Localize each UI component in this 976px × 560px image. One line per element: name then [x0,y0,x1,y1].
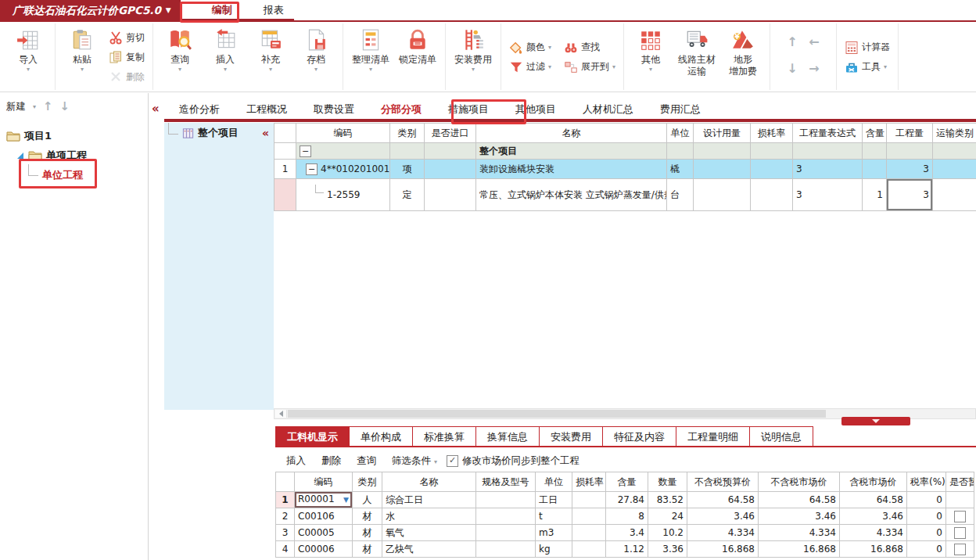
cell[interactable] [694,179,751,211]
move-up-button[interactable]: ↑ [43,99,53,113]
cell[interactable]: 3 [793,179,863,211]
cell[interactable]: 材 [353,541,382,558]
sidebar-item-2[interactable]: 单位工程 [0,165,148,185]
ribbon-button-paste[interactable]: 粘贴▾ [60,25,104,74]
cell[interactable] [863,143,887,160]
cell[interactable] [933,160,976,179]
cell[interactable]: 83.52 [648,492,687,508]
cell[interactable]: 工日 [536,492,572,508]
ribbon-button-color[interactable]: 颜色▾ [509,41,551,55]
main-tab-4[interactable]: 措施项目 [435,100,502,119]
cell[interactable] [425,143,476,160]
tree-expanded-icon[interactable] [17,153,23,159]
cell[interactable]: 橇 [667,160,694,179]
cell[interactable]: 64.58 [759,492,840,508]
whole-project-node[interactable]: 整个项目 « [164,123,274,143]
cell[interactable]: 综合工日 [382,492,476,508]
column-header[interactable]: 类别 [390,124,425,143]
column-header[interactable]: 不含税市场价 [759,472,840,492]
column-header[interactable] [276,472,295,492]
ribbon-button-terrain[interactable]: ¥地形增加费 [721,25,765,79]
cell[interactable] [946,508,974,525]
cell[interactable]: 0 [907,541,946,558]
cell[interactable]: 水 [382,508,476,525]
ribbon-button-calculator[interactable]: 计算器 [845,41,890,55]
cell[interactable] [425,179,476,211]
cell[interactable]: 16.868 [840,541,907,558]
arrow-right-button[interactable]: → [809,61,819,76]
column-header[interactable]: 名称 [476,124,667,143]
cell[interactable] [946,525,974,541]
cell[interactable]: R00001▼ [295,492,353,508]
sync-market-price-option[interactable]: ✓ 修改市场价同步到整个工程 [447,454,580,468]
column-header[interactable]: 编码 [295,472,353,492]
column-header[interactable]: 含量 [863,124,887,143]
column-header[interactable]: 含量 [606,472,648,492]
dropdown-arrow-icon[interactable]: ▼ [343,494,349,506]
arrow-down-button[interactable]: ↓ [787,61,797,76]
cell[interactable]: 项 [390,160,425,179]
cell[interactable]: 3 [793,160,863,179]
checkbox-unchecked-icon[interactable] [954,527,966,539]
cell[interactable]: 27.84 [606,492,648,508]
checkbox-unchecked-icon[interactable] [954,511,966,522]
main-tab-5[interactable]: 其他项目 [502,100,569,119]
cell[interactable]: 1.12 [606,541,648,558]
cell[interactable]: 4.334 [687,525,759,541]
cell[interactable]: 10.2 [648,525,687,541]
column-header[interactable]: 损耗率 [572,472,606,492]
ribbon-button-lock[interactable]: 锁定清单 [395,25,440,67]
collapse-structure-icon[interactable]: « [262,127,269,139]
column-header[interactable]: 工程量 [887,124,933,143]
cell[interactable] [751,160,793,179]
filter-conditions-button[interactable]: 筛选条件▾ [392,454,437,468]
cell[interactable]: 64.58 [840,492,907,508]
cell[interactable] [694,143,751,160]
cell[interactable]: 3.46 [759,508,840,525]
checkbox-checked-icon[interactable]: ✓ [447,455,458,467]
column-header[interactable]: 是否暂估 [946,472,974,492]
ribbon-button-expand[interactable]: 展开到▾ [564,60,615,74]
cell[interactable]: 乙炔气 [382,541,476,558]
detail-tab-2[interactable]: 标准换算 [412,426,476,447]
arrow-up-button[interactable]: ↑ [787,34,797,49]
scroll-left-icon[interactable] [275,410,287,418]
ribbon-button-import[interactable]: 导入▾ [6,25,50,74]
cell[interactable] [751,143,793,160]
column-header[interactable]: 运输类别 [933,124,976,143]
cell[interactable] [476,508,536,525]
sidebar-item-0[interactable]: 项目1 [0,126,148,145]
cell[interactable]: C00006 [295,541,353,558]
cell[interactable]: 定 [390,179,425,211]
cell[interactable]: 装卸设施橇块安装 [476,160,667,179]
query-button[interactable]: 查询 [357,454,376,468]
row-number[interactable]: 1 [274,160,296,179]
ribbon-button-other[interactable]: 其他▾ [629,25,673,74]
cell[interactable]: 8 [606,508,648,525]
column-header[interactable]: 单位 [536,472,572,492]
cell[interactable] [476,525,536,541]
ribbon-button-supplement[interactable]: 补充▾ [249,25,292,74]
cell[interactable]: 整个项目 [476,143,667,160]
detail-tab-1[interactable]: 单价构成 [349,426,413,447]
cell[interactable]: 3.46 [687,508,759,525]
delete-row-button[interactable]: 删除 [321,454,341,468]
ribbon-button-tools[interactable]: 工具▾ [845,60,887,74]
main-tab-7[interactable]: 费用汇总 [647,100,714,119]
cell[interactable] [572,508,606,525]
main-tab-0[interactable]: 造价分析 [166,100,233,119]
cell[interactable] [887,143,933,160]
row-number[interactable] [274,179,296,211]
cell[interactable] [946,492,974,508]
cell[interactable]: 材 [353,508,382,525]
chevron-down-icon[interactable]: ▾ [33,103,36,110]
main-tab-3[interactable]: 分部分项 [368,100,435,119]
cell[interactable] [572,525,606,541]
row-number[interactable]: 1 [276,492,295,508]
new-button[interactable]: 新建 [6,100,26,113]
cell[interactable]: 24 [648,508,687,525]
cell[interactable] [476,541,536,558]
row-number[interactable] [274,143,296,160]
arrow-left-button[interactable]: ← [809,34,819,49]
cell[interactable]: C00005 [295,525,353,541]
